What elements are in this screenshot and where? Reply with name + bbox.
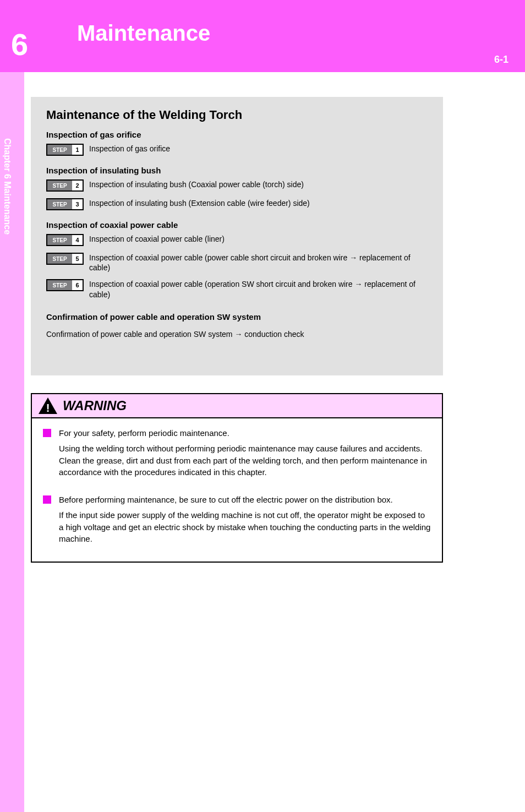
page-number: 6-1	[494, 54, 508, 66]
chapter-title: Maintenance	[77, 21, 210, 46]
step-badge: STEP 6	[46, 279, 84, 291]
step-text: Inspection of insulating bush (Coaxial p…	[89, 179, 428, 189]
warning-header: ! WARNING	[32, 394, 442, 418]
gas-label: Inspection of gas orifice	[46, 130, 428, 139]
step-badge-num: 3	[72, 199, 83, 209]
warning-bullet-icon	[43, 429, 51, 437]
flow-label: Confirmation of power cable and operatio…	[46, 310, 428, 324]
step-badge: STEP 5	[46, 253, 84, 265]
step-text: Inspection of insulating bush (Extension…	[89, 198, 428, 208]
step-row: STEP 1 Inspection of gas orifice	[46, 144, 428, 156]
step-badge-num: 6	[72, 280, 83, 290]
step-text: Inspection of gas orifice	[89, 144, 428, 154]
step-badge: STEP 4	[46, 234, 84, 246]
step-row: STEP 5 Inspection of coaxial power cable…	[46, 253, 428, 273]
cable-label: Inspection of coaxial power cable	[46, 220, 428, 230]
graybox-title: Maintenance of the Welding Torch	[46, 108, 428, 122]
step-badge-label: STEP	[47, 145, 72, 155]
step-text: Inspection of coaxial power cable (liner…	[89, 234, 428, 244]
warning-body: For your safety, perform periodic mainte…	[32, 418, 442, 562]
warning-triangle-icon: !	[39, 397, 57, 414]
sidebar-label: Chapter 6 Maintenance	[2, 138, 12, 235]
step-text: Inspection of coaxial power cable (power…	[89, 253, 428, 273]
step-row: STEP 6 Inspection of coaxial power cable…	[46, 279, 428, 299]
step-badge-num: 1	[72, 145, 83, 155]
warning-item-title: Before performing maintenance, be sure t…	[59, 494, 393, 506]
step-row: STEP 3 Inspection of insulating bush (Ex…	[46, 198, 428, 210]
warning-item: For your safety, perform periodic mainte…	[43, 427, 431, 439]
flow-section: Confirmation of power cable and operatio…	[46, 310, 428, 340]
svg-text:!: !	[46, 402, 50, 414]
step-badge-label: STEP	[47, 199, 72, 209]
step-badge-label: STEP	[47, 181, 72, 190]
step-badge: STEP 3	[46, 198, 84, 210]
step-badge-label: STEP	[47, 280, 72, 290]
chapter-number: 6	[11, 26, 28, 62]
step-row: STEP 4 Inspection of coaxial power cable…	[46, 234, 428, 246]
page-header: 6 Maintenance 6-1	[0, 0, 525, 72]
step-badge: STEP 2	[46, 179, 84, 192]
step-badge-num: 2	[72, 181, 83, 190]
warning-item-text: Using the welding torch without performi…	[59, 443, 431, 478]
warning-item-text: If the input side power supply of the we…	[59, 509, 431, 545]
step-badge-label: STEP	[47, 235, 72, 245]
warning-box: ! WARNING For your safety, perform perio…	[31, 393, 443, 563]
step-badge: STEP 1	[46, 144, 84, 156]
step-text: Inspection of coaxial power cable (opera…	[89, 279, 428, 299]
ins-label: Inspection of insulating bush	[46, 166, 428, 175]
warning-item-title: For your safety, perform periodic mainte…	[59, 427, 229, 439]
step-badge-num: 5	[72, 254, 83, 264]
step-row: STEP 2 Inspection of insulating bush (Co…	[46, 179, 428, 192]
warning-item: Before performing maintenance, be sure t…	[43, 494, 431, 506]
sidebar: Chapter 6 Maintenance	[0, 72, 24, 812]
warning-bullet-icon	[43, 495, 51, 504]
step-badge-label: STEP	[47, 254, 72, 264]
step-badge-num: 4	[72, 235, 83, 245]
warning-title: WARNING	[63, 398, 127, 413]
maintenance-box: Maintenance of the Welding Torch Inspect…	[31, 97, 443, 375]
flow-text: Confirmation of power cable and operatio…	[46, 328, 428, 340]
